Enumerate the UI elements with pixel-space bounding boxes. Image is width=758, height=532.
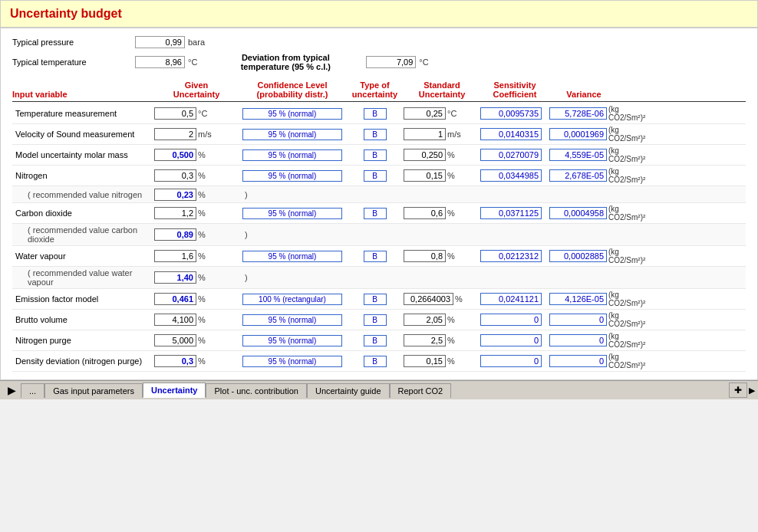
type-unc-button[interactable]: B (364, 108, 387, 120)
given-unc-input[interactable] (154, 149, 196, 161)
given-unc-input[interactable] (154, 107, 196, 120)
given-unc-input[interactable] (154, 293, 196, 305)
variance-unit: (kg CO2/Sm²)² (608, 291, 645, 307)
std-unc-input[interactable] (404, 128, 446, 140)
variance-input[interactable] (549, 207, 607, 219)
variance-input[interactable] (549, 128, 607, 140)
nav-back-button[interactable]: ▶ (3, 383, 21, 398)
sens-coef-cell (480, 169, 549, 182)
std-unc-input[interactable] (404, 314, 446, 326)
tab-report-co2[interactable]: Report CO2 (390, 383, 452, 398)
variance-cell: (kg CO2/Sm²)² (549, 332, 618, 349)
std-unc-input[interactable] (404, 169, 446, 182)
row-label: Emission factor model (12, 294, 154, 304)
std-unc-input[interactable] (404, 355, 446, 367)
add-sheet-button[interactable]: ✚ (729, 383, 747, 398)
std-unc-input[interactable] (404, 334, 446, 346)
type-unc-button[interactable]: B (364, 170, 387, 182)
std-unc-input[interactable] (404, 207, 446, 219)
given-unc-input[interactable] (154, 207, 196, 219)
variance-input[interactable] (549, 293, 607, 305)
variance-cell: (kg CO2/Sm²)² (549, 205, 618, 222)
sens-coef-input[interactable] (480, 293, 542, 305)
given-unc-input[interactable] (154, 169, 196, 182)
type-unc-button[interactable]: B (364, 251, 387, 262)
sens-coef-input[interactable] (480, 149, 542, 161)
tab-uncertainty-guide[interactable]: Uncertainty guide (307, 383, 390, 398)
given-unit: % (198, 251, 206, 261)
type-unc-button[interactable]: B (364, 208, 387, 219)
sens-coef-input[interactable] (480, 107, 542, 120)
given-unc-input[interactable] (154, 128, 196, 140)
conf-level-button[interactable]: 95 % (normal) (242, 335, 342, 346)
given-unc-input[interactable] (154, 271, 196, 284)
header-variance: Variance (549, 90, 618, 99)
row-label: Density deviation (nitrogen purge) (12, 356, 154, 366)
sens-coef-input[interactable] (480, 128, 542, 140)
given-unc-input[interactable] (154, 334, 196, 346)
conf-level-button[interactable]: 95 % (normal) (242, 314, 342, 326)
variance-input[interactable] (549, 169, 607, 182)
sens-coef-input[interactable] (480, 250, 542, 262)
variance-input[interactable] (549, 314, 607, 326)
type-unc-cell: B (346, 335, 404, 346)
variance-input[interactable] (549, 334, 607, 346)
table-row: ( recommended value carbon dioxide % ) (12, 224, 746, 246)
std-unc-input[interactable] (404, 293, 453, 305)
header-confidence-level: Confidence Level(probability distr.) (239, 80, 346, 99)
sens-coef-cell (480, 128, 549, 140)
conf-level-button[interactable]: 100 % (rectangular) (242, 294, 342, 305)
variance-input[interactable] (549, 355, 607, 367)
std-unc-input[interactable] (404, 107, 446, 120)
header-type-uncertainty: Type ofuncertainty (346, 80, 404, 99)
conf-level-cell: 95 % (normal) (239, 108, 346, 120)
sens-coef-cell (480, 207, 549, 219)
conf-level-button[interactable]: 95 % (normal) (242, 251, 342, 262)
std-unit: % (447, 150, 455, 159)
typical-pressure-input[interactable] (135, 36, 185, 48)
variance-input[interactable] (549, 250, 607, 262)
sens-coef-input[interactable] (480, 314, 542, 326)
type-unc-button[interactable]: B (364, 129, 387, 140)
std-unc-input[interactable] (404, 149, 446, 161)
row-label: Velocity of Sound measurement (12, 130, 154, 139)
header-sensitivity-coefficient: SensitivityCoefficient (480, 80, 549, 99)
tab-plot-unc-contribution[interactable]: Plot - unc. contribution (206, 383, 306, 398)
type-unc-button[interactable]: B (364, 149, 387, 161)
conf-level-button[interactable]: 95 % (normal) (242, 208, 342, 219)
tab-nav-dots[interactable]: ... (21, 383, 44, 398)
std-unc-cell: % (404, 169, 480, 182)
sens-coef-input[interactable] (480, 355, 542, 367)
typical-temperature-input[interactable] (135, 56, 185, 68)
deviation-input[interactable] (366, 56, 416, 68)
given-unc-input[interactable] (154, 314, 196, 326)
sens-coef-input[interactable] (480, 207, 542, 219)
type-unc-cell: B (346, 294, 404, 305)
given-unc-cell: % (154, 334, 239, 346)
conf-level-cell: 100 % (rectangular) (239, 294, 346, 305)
variance-input[interactable] (549, 107, 607, 120)
sens-coef-input[interactable] (480, 169, 542, 182)
tab-uncertainty[interactable]: Uncertainty (143, 383, 206, 398)
sens-coef-input[interactable] (480, 334, 542, 346)
conf-level-button[interactable]: 95 % (normal) (242, 149, 342, 161)
given-unc-input[interactable] (154, 355, 196, 367)
given-unc-input[interactable] (154, 250, 196, 262)
table-row: Carbon dioxide % 95 % (normal) B % (kg C… (12, 203, 746, 224)
conf-level-button[interactable]: 95 % (normal) (242, 356, 342, 367)
conf-level-button[interactable]: 95 % (normal) (242, 129, 342, 140)
type-unc-button[interactable]: B (364, 294, 387, 305)
conf-level-button[interactable]: 95 % (normal) (242, 108, 342, 120)
std-unc-input[interactable] (404, 250, 446, 262)
given-unc-input[interactable] (154, 228, 196, 241)
conf-level-button[interactable]: 95 % (normal) (242, 170, 342, 182)
given-unc-input[interactable] (154, 189, 196, 201)
variance-input[interactable] (549, 149, 607, 161)
type-unc-button[interactable]: B (364, 356, 387, 367)
sens-coef-cell (480, 250, 549, 262)
tab-gas-input-parameters[interactable]: Gas input parameters (44, 383, 143, 398)
sens-coef-cell (480, 355, 549, 367)
type-unc-button[interactable]: B (364, 314, 387, 326)
table-row: Velocity of Sound measurement m/s 95 % (… (12, 124, 746, 145)
type-unc-button[interactable]: B (364, 335, 387, 346)
